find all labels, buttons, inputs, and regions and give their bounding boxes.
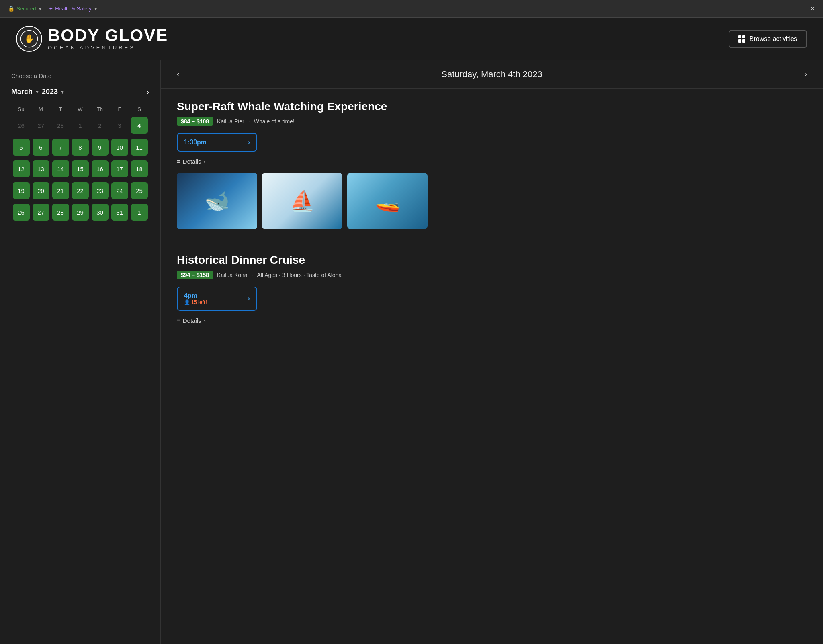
calendar-day-18[interactable]: 18	[131, 160, 148, 177]
calendar-week-row: 19202122232425	[11, 180, 149, 201]
calendar-day-14[interactable]: 14	[52, 160, 69, 177]
calendar-day-cell: 7	[51, 136, 70, 158]
calendar-day-24[interactable]: 24	[111, 182, 128, 199]
time-label-2: 4pm	[184, 292, 197, 299]
current-date-display: Saturday, March 4th 2023	[441, 69, 543, 80]
details-lines-icon-1: ≡	[177, 158, 180, 165]
calendar-day-6[interactable]: 6	[33, 139, 49, 156]
details-chevron-1: ›	[204, 158, 206, 165]
day-header-m: M	[31, 104, 51, 115]
health-safety-badge[interactable]: ✦ Health & Safety ▼	[49, 6, 98, 12]
calendar-day-cell: 23	[90, 180, 110, 201]
sparkle-icon: ✦	[49, 6, 53, 12]
calendar-day-17[interactable]: 17	[111, 160, 128, 177]
calendar-day-3: 3	[111, 117, 128, 134]
calendar-day-31[interactable]: 31	[111, 204, 128, 221]
details-label-2: Details	[183, 317, 201, 324]
dot-2: ·	[252, 272, 253, 278]
activity-image-whale	[177, 173, 257, 229]
lock-icon: 🔒	[8, 6, 14, 12]
calendar-day-30[interactable]: 30	[92, 204, 109, 221]
activity-location-2: Kailua Kona	[217, 272, 248, 278]
activity-price-2: $94 – $158	[177, 271, 213, 279]
calendar-day-cell: 27	[31, 115, 51, 136]
calendar-day-cell: 13	[31, 158, 51, 180]
year-dropdown-icon: ▼	[60, 90, 65, 94]
calendar-day-cell: 5	[11, 136, 31, 158]
calendar-day-22[interactable]: 22	[72, 182, 89, 199]
calendar-day-cell: 12	[11, 158, 31, 180]
browser-toolbar-left: 🔒 Secured ▼ ✦ Health & Safety ▼	[8, 6, 98, 12]
calendar-month[interactable]: March	[11, 88, 33, 96]
calendar-day-cell: 10	[110, 136, 129, 158]
main-content: Choose a Date March ▼ 2023 ▼ › Su M T W …	[0, 60, 823, 644]
calendar-day-cell: 1	[129, 201, 149, 223]
calendar-day-27[interactable]: 27	[33, 204, 49, 221]
calendar-day-cell: 15	[70, 158, 90, 180]
secure-label: Secured	[16, 6, 36, 12]
calendar-grid: Su M T W Th F S 262728123456789101112131…	[11, 104, 149, 223]
seats-left-2: 👤 15 left!	[184, 299, 207, 305]
prev-date-button[interactable]: ‹	[177, 69, 180, 80]
date-nav: ‹ Saturday, March 4th 2023 ›	[161, 60, 823, 89]
details-button-1[interactable]: ≡ Details ›	[177, 158, 206, 165]
close-button[interactable]: ×	[810, 4, 815, 13]
calendar-day-12[interactable]: 12	[13, 160, 30, 177]
calendar-day-cell: 24	[110, 180, 129, 201]
calendar-week-row: 12131415161718	[11, 158, 149, 180]
calendar-day-10[interactable]: 10	[111, 139, 128, 156]
calendar-header-row: Su M T W Th F S	[11, 104, 149, 115]
calendar-day-21[interactable]: 21	[52, 182, 69, 199]
calendar-day-26: 26	[13, 117, 30, 134]
details-button-2[interactable]: ≡ Details ›	[177, 317, 206, 324]
grid-icon	[738, 35, 745, 43]
activity-images-1	[177, 173, 807, 229]
calendar-day-13[interactable]: 13	[33, 160, 49, 177]
calendar-nav: March ▼ 2023 ▼ ›	[11, 87, 149, 96]
secure-badge[interactable]: 🔒 Secured ▼	[8, 6, 42, 12]
activity-tagline-1: Whale of a time!	[254, 118, 295, 125]
time-chevron-2: ›	[248, 295, 250, 302]
calendar-day-16[interactable]: 16	[92, 160, 109, 177]
calendar-week-row: 2627281234	[11, 115, 149, 136]
seats-icon: 👤	[184, 299, 190, 305]
calendar-day-4[interactable]: 4	[131, 117, 148, 134]
calendar-day-29[interactable]: 29	[72, 204, 89, 221]
activity-meta-2: $94 – $158 Kailua Kona · All Ages · 3 Ho…	[177, 271, 807, 279]
calendar-day-25[interactable]: 25	[131, 182, 148, 199]
day-header-th: Th	[90, 104, 110, 115]
activity-price-1: $84 – $108	[177, 117, 213, 126]
calendar-day-19[interactable]: 19	[13, 182, 30, 199]
calendar-day-23[interactable]: 23	[92, 182, 109, 199]
health-dropdown-arrow: ▼	[94, 6, 98, 11]
calendar-year[interactable]: 2023	[42, 88, 58, 96]
calendar-day-cell: 16	[90, 158, 110, 180]
sidebar-calendar: Choose a Date March ▼ 2023 ▼ › Su M T W …	[0, 60, 161, 644]
calendar-day-11[interactable]: 11	[131, 139, 148, 156]
time-label-1: 1:30pm	[184, 139, 207, 146]
calendar-day-9[interactable]: 9	[92, 139, 109, 156]
calendar-day-cell: 21	[51, 180, 70, 201]
day-header-w: W	[70, 104, 90, 115]
calendar-day-8[interactable]: 8	[72, 139, 89, 156]
calendar-day-5[interactable]: 5	[13, 139, 30, 156]
calendar-day-15[interactable]: 15	[72, 160, 89, 177]
browse-activities-button[interactable]: Browse activities	[729, 30, 807, 48]
calendar-day-cell: 27	[31, 201, 51, 223]
calendar-day-1[interactable]: 1	[131, 204, 148, 221]
next-date-button[interactable]: ›	[804, 69, 807, 80]
calendar-day-20[interactable]: 20	[33, 182, 49, 199]
calendar-day-cell: 9	[90, 136, 110, 158]
calendar-day-26[interactable]: 26	[13, 204, 30, 221]
time-select-button-1[interactable]: 1:30pm ›	[177, 133, 257, 152]
calendar-day-cell: 28	[51, 115, 70, 136]
calendar-day-cell: 8	[70, 136, 90, 158]
details-label-1: Details	[183, 158, 201, 165]
time-select-button-2[interactable]: 4pm 👤 15 left! ›	[177, 287, 257, 311]
calendar-day-28[interactable]: 28	[52, 204, 69, 221]
site-header: ✋ BODY GLOVE OCEAN ADVENTURES Browse act…	[0, 18, 823, 60]
calendar-day-cell: 30	[90, 201, 110, 223]
calendar-day-7[interactable]: 7	[52, 139, 69, 156]
calendar-next-button[interactable]: ›	[146, 87, 149, 96]
calendar-day-cell: 18	[129, 158, 149, 180]
